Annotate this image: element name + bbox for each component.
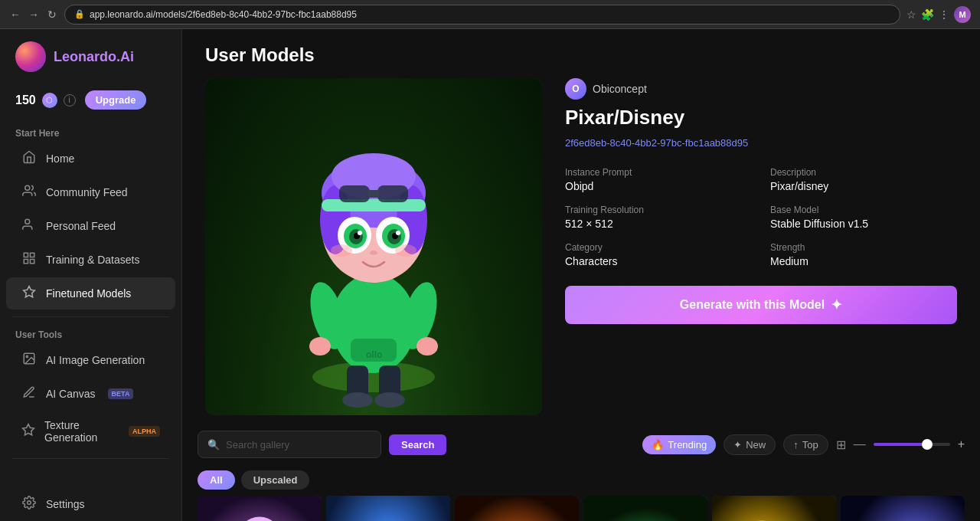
- instance-prompt-item: Instance Prompt Obipd: [565, 167, 752, 192]
- generate-icon: ✦: [831, 297, 842, 313]
- url-bar[interactable]: 🔒 app.leonardo.ai/models/2f6ed8eb-8c40-4…: [64, 5, 900, 25]
- svg-point-8: [26, 356, 28, 357]
- svg-rect-2: [24, 253, 28, 257]
- sidebar-divider-1: [12, 316, 169, 317]
- description-label: Description: [770, 167, 957, 178]
- personal-feed-icon: [21, 218, 37, 234]
- gallery-item[interactable]: [583, 496, 707, 521]
- sidebar-item-finetuned[interactable]: Finetuned Models: [6, 277, 175, 310]
- svg-point-16: [309, 337, 331, 356]
- gallery-item[interactable]: [841, 496, 965, 521]
- sidebar-item-settings[interactable]: Settings: [6, 488, 175, 520]
- gallery-item[interactable]: [712, 496, 836, 521]
- gallery-item[interactable]: [198, 496, 322, 521]
- category-item: Category Characters: [565, 242, 752, 267]
- gallery-item[interactable]: [455, 496, 579, 521]
- training-resolution-label: Training Resolution: [565, 205, 752, 215]
- search-input[interactable]: [226, 439, 371, 451]
- svg-point-42: [370, 251, 377, 255]
- training-icon: [21, 251, 37, 268]
- filter-all-tab[interactable]: All: [198, 470, 235, 490]
- size-decrease-icon[interactable]: —: [854, 437, 866, 451]
- sidebar-item-personal-feed[interactable]: Personal Feed: [6, 210, 175, 242]
- home-icon: [21, 150, 37, 167]
- page-title: User Models: [205, 44, 957, 66]
- back-button[interactable]: ←: [9, 8, 21, 21]
- svg-rect-55: [841, 496, 965, 521]
- svg-rect-53: [712, 496, 836, 521]
- author-name: Obiconcept: [593, 83, 647, 95]
- generate-button[interactable]: Generate with this Model ✦: [565, 286, 957, 324]
- arrow-up-icon: ↑: [793, 439, 799, 451]
- svg-point-41: [396, 231, 400, 235]
- category-label: Category: [565, 242, 752, 253]
- browser-avatar[interactable]: M: [954, 6, 971, 23]
- sort-trending-button[interactable]: 🔥 Trending: [642, 435, 716, 454]
- model-image-container: ollo: [205, 78, 542, 415]
- base-model-label: Base Model: [770, 205, 957, 215]
- character-svg: ollo: [259, 86, 488, 408]
- search-icon: 🔍: [207, 439, 220, 451]
- base-model-value: Stable Diffusion v1.5: [770, 218, 957, 230]
- alpha-badge: ALPHA: [129, 426, 160, 437]
- beta-badge: BETA: [108, 388, 134, 399]
- training-resolution-value: 512 × 512: [565, 218, 752, 230]
- menu-button[interactable]: ⋮: [939, 8, 949, 21]
- model-name: Pixar/Disney: [565, 106, 957, 129]
- svg-point-40: [358, 231, 362, 235]
- size-increase-icon[interactable]: +: [958, 437, 965, 451]
- browser-actions: ☆ 🧩 ⋮ M: [906, 6, 971, 23]
- token-count: 150: [15, 93, 36, 107]
- home-label: Home: [46, 152, 74, 165]
- sidebar-item-training[interactable]: Training & Datasets: [6, 244, 175, 276]
- upgrade-button[interactable]: Upgrade: [85, 90, 147, 110]
- search-button[interactable]: Search: [389, 434, 446, 455]
- url-text: app.leonardo.ai/models/2f6ed8eb-8c40-4bb…: [90, 9, 357, 20]
- svg-marker-9: [23, 424, 34, 435]
- token-info-icon[interactable]: i: [64, 94, 76, 106]
- reload-button[interactable]: ↻: [46, 8, 58, 21]
- sidebar-item-texture[interactable]: Texture Generation ALPHA: [6, 411, 175, 451]
- base-model-item: Base Model Stable Diffusion v1.5: [770, 205, 957, 230]
- sidebar-item-community-feed[interactable]: Community Feed: [6, 176, 175, 208]
- sidebar-item-ai-canvas[interactable]: AI Canvas BETA: [6, 378, 175, 410]
- start-here-label: Start Here: [0, 122, 181, 142]
- svg-rect-30: [377, 185, 408, 202]
- size-slider[interactable]: [874, 443, 950, 446]
- sort-new-button[interactable]: ✦ New: [724, 434, 776, 455]
- gallery-controls: 🔍 Search 🔥 Trending ✦ New ↑ Top ⊞: [198, 431, 965, 458]
- ai-image-icon: [21, 352, 37, 369]
- strength-label: Strength: [770, 242, 957, 253]
- filter-upscaled-tab[interactable]: Upscaled: [241, 470, 310, 490]
- logo-text: Leonardo.Ai: [54, 49, 134, 65]
- finetuned-icon: [21, 285, 37, 302]
- bookmark-button[interactable]: ☆: [906, 8, 916, 21]
- gallery-grid: [198, 496, 965, 521]
- svg-point-1: [25, 219, 30, 224]
- sidebar-logo[interactable]: Leonardo.Ai: [0, 29, 181, 84]
- settings-icon: [21, 496, 37, 513]
- description-value: Pixar/disney: [770, 180, 957, 192]
- sidebar-divider-2: [12, 458, 169, 459]
- sort-top-button[interactable]: ↑ Top: [783, 434, 828, 455]
- logo-avatar: [15, 41, 46, 72]
- app-container: Leonardo.Ai 150 ⬡ i Upgrade Start Here H…: [0, 29, 980, 521]
- sparkle-icon: ✦: [733, 439, 742, 451]
- gallery-filters: All Upscaled: [198, 467, 965, 496]
- gallery-item[interactable]: [326, 496, 450, 521]
- sidebar-item-home[interactable]: Home: [6, 143, 175, 175]
- svg-point-21: [374, 392, 405, 408]
- model-section: ollo O Obiconcept Pixar/Disney 2f6ed8eb-…: [182, 78, 980, 431]
- svg-rect-50: [455, 496, 579, 521]
- browser-chrome: ← → ↻ 🔒 app.leonardo.ai/models/2f6ed8eb-…: [0, 0, 980, 29]
- main-content: User Models: [182, 29, 980, 521]
- texture-label: Texture Generation: [44, 419, 116, 444]
- instance-prompt-value: Obipd: [565, 180, 752, 192]
- extensions-button[interactable]: 🧩: [921, 8, 934, 21]
- svg-rect-3: [31, 253, 34, 257]
- community-feed-label: Community Feed: [46, 186, 128, 198]
- forward-button[interactable]: →: [28, 8, 40, 21]
- model-author: O Obiconcept: [565, 78, 957, 100]
- sidebar-item-ai-image[interactable]: AI Image Generation: [6, 344, 175, 376]
- list-view-icon[interactable]: ⊞: [836, 437, 846, 452]
